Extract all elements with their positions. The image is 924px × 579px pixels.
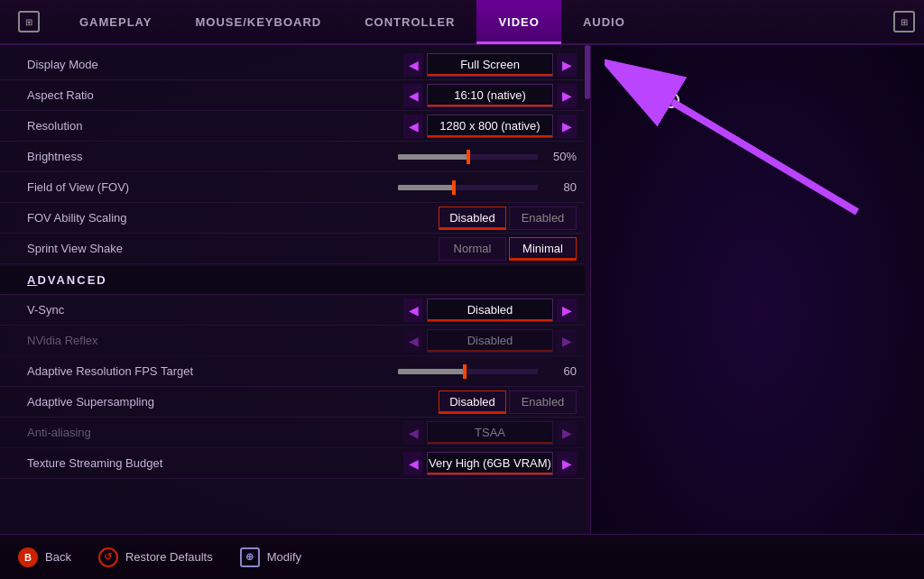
svg-line-1 xyxy=(672,102,857,212)
arrow-right-anti-aliasing[interactable]: ▶ xyxy=(557,421,577,445)
toggle-group-fov-ability: DisabledEnabled xyxy=(439,207,577,230)
arrow-left-anti-aliasing[interactable]: ◀ xyxy=(403,421,423,445)
slider-thumb-fov xyxy=(452,180,456,195)
setting-row-sprint-shake: Sprint View ShakeNormalMinimal xyxy=(0,234,590,264)
nav-tab-audio[interactable]: AUDIO xyxy=(561,0,647,44)
setting-row-anti-aliasing: Anti-aliasing◀TSAA▶ xyxy=(0,418,590,448)
arrow-left-aspect-ratio[interactable]: ◀ xyxy=(403,84,423,107)
settings-icon-right: ⊞ xyxy=(893,11,915,32)
setting-control-sprint-shake: NormalMinimal xyxy=(439,237,577,261)
toggle-btn-fov-ability-0[interactable]: Disabled xyxy=(439,207,506,230)
setting-label-adaptive-fps: Adaptive Resolution FPS Target xyxy=(27,364,398,378)
setting-control-nvidia-reflex: ◀Disabled▶ xyxy=(403,329,577,353)
settings-panel: Display Mode◀Full Screen▶Aspect Ratio◀16… xyxy=(0,45,591,579)
slider-track-adaptive-fps[interactable] xyxy=(398,369,538,374)
scroll-track[interactable] xyxy=(585,45,590,579)
settings-icon-left: ⊞ xyxy=(18,11,40,32)
arrow-left-nvidia-reflex[interactable]: ◀ xyxy=(403,329,423,353)
setting-label-adaptive-supersampling: Adaptive Supersampling xyxy=(27,395,439,409)
value-box-resolution: 1280 x 800 (native) xyxy=(427,115,553,138)
toggle-btn-adaptive-supersampling-1[interactable]: Enabled xyxy=(509,391,577,414)
setting-row-resolution: Resolution◀1280 x 800 (native)▶ xyxy=(0,111,590,142)
nav-tab-video[interactable]: VIDEO xyxy=(476,0,560,44)
setting-row-fov: Field of View (FOV)80 xyxy=(0,172,590,203)
setting-control-adaptive-supersampling: DisabledEnabled xyxy=(439,391,577,414)
setting-row-texture-budget: Texture Streaming Budget◀Very High (6GB … xyxy=(0,448,590,479)
setting-label-brightness: Brightness xyxy=(27,150,398,163)
bottom-action-modify[interactable]: ⊕Modify xyxy=(240,547,301,567)
setting-control-vsync: ◀Disabled▶ xyxy=(403,299,577,322)
slider-fill-brightness xyxy=(398,154,468,160)
value-box-display-mode: Full Screen xyxy=(427,53,553,77)
slider-container-adaptive-fps: 60 xyxy=(398,364,577,378)
setting-label-texture-budget: Texture Streaming Budget xyxy=(27,456,403,470)
setting-control-anti-aliasing: ◀TSAA▶ xyxy=(403,421,577,445)
arrow-left-vsync[interactable]: ◀ xyxy=(403,299,423,322)
setting-control-display-mode: ◀Full Screen▶ xyxy=(403,53,577,77)
arrow-left-texture-budget[interactable]: ◀ xyxy=(403,452,423,475)
annotation-arrow xyxy=(605,50,893,230)
setting-control-texture-budget: ◀Very High (6GB VRAM)▶ xyxy=(403,452,577,475)
setting-row-display-mode: Display Mode◀Full Screen▶ xyxy=(0,50,590,80)
nav-tab-mouse-keyboard[interactable]: MOUSE/KEYBOARD xyxy=(173,0,343,44)
setting-row-brightness: Brightness50% xyxy=(0,142,590,172)
settings-list: Display Mode◀Full Screen▶Aspect Ratio◀16… xyxy=(0,45,590,483)
value-box-aspect-ratio: 16:10 (native) xyxy=(427,84,553,107)
setting-label-display-mode: Display Mode xyxy=(27,58,403,71)
slider-value-brightness: 50% xyxy=(545,150,577,163)
setting-label-vsync: V-Sync xyxy=(27,303,403,317)
slider-thumb-brightness xyxy=(467,150,470,164)
arrow-right-display-mode[interactable]: ▶ xyxy=(557,53,577,77)
setting-row-aspect-ratio: Aspect Ratio◀16:10 (native)▶ xyxy=(0,80,590,111)
slider-thumb-adaptive-fps xyxy=(463,364,467,379)
bottom-label-modify: Modify xyxy=(267,550,301,564)
arrow-right-vsync[interactable]: ▶ xyxy=(557,299,577,322)
setting-control-fov: 80 xyxy=(398,180,577,194)
setting-label-anti-aliasing: Anti-aliasing xyxy=(27,426,403,439)
slider-value-adaptive-fps: 60 xyxy=(545,364,577,378)
nav-bar: ⊞ GAMEPLAYMOUSE/KEYBOARDCONTROLLERVIDEOA… xyxy=(0,0,924,45)
nav-tabs: GAMEPLAYMOUSE/KEYBOARDCONTROLLERVIDEOAUD… xyxy=(58,0,884,44)
arrow-right-resolution[interactable]: ▶ xyxy=(557,115,577,138)
slider-fill-fov xyxy=(398,185,454,190)
toggle-btn-fov-ability-1[interactable]: Enabled xyxy=(509,207,577,230)
toggle-btn-sprint-shake-1[interactable]: Minimal xyxy=(509,237,577,261)
setting-label-fov: Field of View (FOV) xyxy=(27,180,398,194)
arrow-left-resolution[interactable]: ◀ xyxy=(403,115,423,138)
toggle-group-sprint-shake: NormalMinimal xyxy=(439,237,577,261)
setting-control-aspect-ratio: ◀16:10 (native)▶ xyxy=(403,84,577,107)
bottom-icon-modify: ⊕ xyxy=(240,547,260,567)
setting-row-adaptive-fps: Adaptive Resolution FPS Target60 xyxy=(0,356,590,387)
setting-row-nvidia-reflex: NVidia Reflex◀Disabled▶ xyxy=(0,326,590,356)
right-panel xyxy=(591,45,924,579)
setting-label-aspect-ratio: Aspect Ratio xyxy=(27,88,403,102)
slider-track-brightness[interactable] xyxy=(398,154,538,160)
setting-row-adaptive-supersampling: Adaptive SupersamplingDisabledEnabled xyxy=(0,387,590,418)
slider-value-fov: 80 xyxy=(545,180,577,194)
advanced-section-title: ADVANCED xyxy=(27,273,107,287)
arrow-right-aspect-ratio[interactable]: ▶ xyxy=(557,84,577,107)
scroll-thumb[interactable] xyxy=(585,45,590,99)
setting-label-fov-ability: FOV Ability Scaling xyxy=(27,211,439,225)
setting-row-fov-ability: FOV Ability ScalingDisabledEnabled xyxy=(0,203,590,234)
arrow-left-display-mode[interactable]: ◀ xyxy=(403,53,423,77)
bottom-action-back[interactable]: BBack xyxy=(18,547,71,567)
setting-control-fov-ability: DisabledEnabled xyxy=(439,207,577,230)
setting-label-nvidia-reflex: NVidia Reflex xyxy=(27,334,403,347)
bottom-icon-back: B xyxy=(18,547,38,567)
value-box-vsync: Disabled xyxy=(427,299,553,322)
setting-label-resolution: Resolution xyxy=(27,119,403,133)
arrow-right-nvidia-reflex[interactable]: ▶ xyxy=(557,329,577,353)
bottom-icon-restore: ↺ xyxy=(98,547,118,567)
setting-control-brightness: 50% xyxy=(398,150,577,163)
nav-tab-controller[interactable]: CONTROLLER xyxy=(343,0,476,44)
arrow-right-texture-budget[interactable]: ▶ xyxy=(557,452,577,475)
slider-fill-adaptive-fps xyxy=(398,369,465,374)
setting-control-adaptive-fps: 60 xyxy=(398,364,577,378)
toggle-btn-adaptive-supersampling-0[interactable]: Disabled xyxy=(439,391,506,414)
bottom-action-restore[interactable]: ↺Restore Defaults xyxy=(98,547,213,567)
value-box-nvidia-reflex: Disabled xyxy=(427,329,553,353)
nav-tab-gameplay[interactable]: GAMEPLAY xyxy=(58,0,173,44)
slider-track-fov[interactable] xyxy=(398,185,538,190)
toggle-btn-sprint-shake-0[interactable]: Normal xyxy=(439,237,506,261)
